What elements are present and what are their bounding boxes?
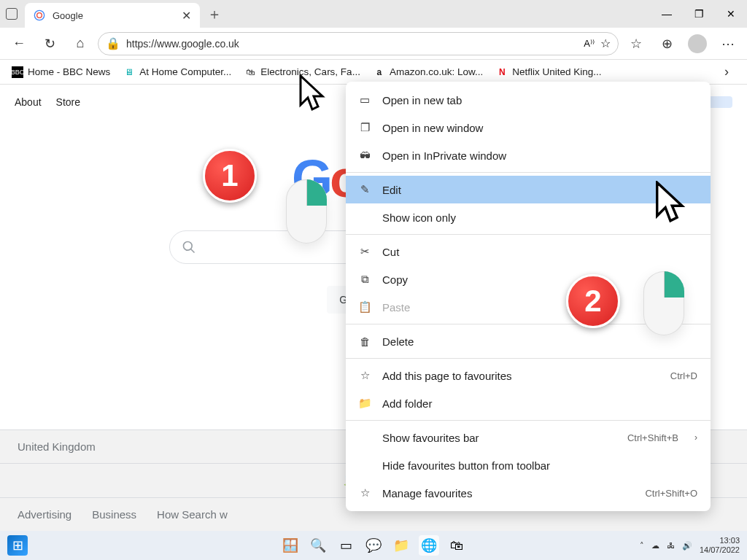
browser-tab[interactable]: Google ✕	[25, 3, 200, 28]
ctx-open-new-tab[interactable]: ▭Open in new tab	[346, 86, 711, 114]
star-gear-icon: ☆	[357, 486, 372, 500]
add-favourite-icon[interactable]: ☆	[600, 36, 611, 50]
footer-how-search[interactable]: How Search w	[157, 508, 228, 521]
ctx-open-inprivate[interactable]: 🕶Open in InPrivate window	[346, 141, 711, 169]
store-button[interactable]: 🛍	[446, 535, 467, 556]
separator	[346, 420, 711, 421]
address-bar[interactable]: 🔒 A⁾⁾ ☆	[98, 32, 619, 55]
close-button[interactable]: ✕	[715, 0, 747, 28]
svg-line-2	[191, 249, 195, 253]
widgets-button[interactable]: ⊞	[7, 535, 28, 556]
tab-title: Google	[53, 10, 174, 21]
ctx-open-new-window[interactable]: ❐Open in new window	[346, 114, 711, 141]
search-icon	[182, 240, 196, 254]
callout-1: 1	[203, 149, 257, 203]
chevron-up-icon[interactable]: ˄	[640, 541, 644, 551]
separator	[346, 234, 711, 235]
favourites-button[interactable]: ☆	[623, 31, 649, 57]
window-icon: ❐	[357, 120, 372, 135]
copy-icon: ⧉	[357, 272, 372, 287]
chat-button[interactable]: 💬	[363, 535, 384, 556]
lock-icon: 🔒	[106, 36, 120, 50]
scissors-icon: ✂	[357, 244, 372, 259]
window-controls: ― ❐ ✕	[651, 0, 747, 28]
ctx-add-favourite[interactable]: ☆Add this page to favouritesCtrl+D	[346, 362, 711, 389]
ctx-cut[interactable]: ✂Cut	[346, 238, 711, 265]
home-button[interactable]: ⌂	[67, 31, 93, 57]
ctx-hide-fav-button[interactable]: Hide favourites button from toolbar	[346, 451, 711, 479]
google-favicon	[34, 9, 45, 21]
system-tray[interactable]: ˄ ☁ 🖧 🔊 13:03 14/07/2022	[640, 536, 740, 554]
collections-button[interactable]: ⊕	[654, 31, 680, 57]
bookmark-amazon[interactable]: aAmazon.co.uk: Low...	[369, 63, 487, 81]
refresh-button[interactable]: ↻	[36, 31, 63, 57]
nav-about[interactable]: About	[15, 96, 42, 108]
paste-icon: 📋	[357, 300, 372, 314]
clock[interactable]: 13:03 14/07/2022	[700, 536, 740, 554]
separator	[346, 172, 711, 173]
read-aloud-icon[interactable]: A⁾⁾	[584, 38, 595, 49]
star-plus-icon: ☆	[357, 368, 372, 383]
bookmarks-bar: BBCHome - BBC News 🖥At Home Computer... …	[0, 60, 747, 85]
footer-advertising[interactable]: Advertising	[18, 508, 71, 521]
network-icon[interactable]: 🖧	[667, 541, 675, 550]
volume-icon[interactable]: 🔊	[682, 541, 692, 551]
new-tab-button[interactable]: ＋	[207, 4, 222, 24]
avatar	[688, 34, 707, 53]
chevron-right-icon: ›	[694, 432, 697, 443]
separator	[346, 358, 711, 359]
cursor-icon-2	[654, 181, 687, 228]
bookmark-athome[interactable]: 🖥At Home Computer...	[119, 63, 236, 81]
url-input[interactable]	[126, 38, 578, 50]
bookmarks-overflow[interactable]: ›	[713, 59, 740, 85]
onedrive-icon[interactable]: ☁	[651, 541, 659, 551]
inprivate-icon: 🕶	[357, 148, 372, 163]
folder-plus-icon: 📁	[357, 396, 372, 411]
ctx-manage-favourites[interactable]: ☆Manage favouritesCtrl+Shift+O	[346, 479, 711, 507]
trash-icon: 🗑	[357, 334, 372, 349]
footer-country: United Kingdom	[18, 440, 96, 453]
back-button[interactable]: ←	[6, 31, 32, 57]
profile-button[interactable]	[684, 31, 711, 57]
start-button[interactable]: 🪟	[280, 535, 301, 556]
ctx-show-fav-bar[interactable]: Show favourites barCtrl+Shift+B›	[346, 424, 711, 451]
taskview-button[interactable]: ▭	[336, 535, 356, 556]
bookmark-netflix[interactable]: NNetflix United King...	[492, 63, 605, 81]
bookmark-bbc[interactable]: BBCHome - BBC News	[7, 63, 115, 81]
tab-icon: ▭	[357, 93, 372, 107]
mouse-rightclick-1	[286, 179, 327, 244]
svg-point-1	[184, 242, 193, 251]
menu-button[interactable]: ⋯	[715, 31, 741, 57]
ctx-add-folder[interactable]: 📁Add folder	[346, 389, 711, 417]
footer-business[interactable]: Business	[92, 508, 136, 521]
explorer-button[interactable]: 📁	[391, 535, 411, 556]
browser-toolbar: ← ↻ ⌂ 🔒 A⁾⁾ ☆ ☆ ⊕ ⋯	[0, 28, 747, 60]
pencil-icon: ✎	[357, 182, 372, 197]
maximize-button[interactable]: ❐	[683, 0, 715, 28]
taskbar: ⊞ 🪟 🔍 ▭ 💬 📁 🌐 🛍 ˄ ☁ 🖧 🔊 13:03 14/07/2022	[0, 531, 747, 560]
search-button[interactable]: 🔍	[308, 535, 328, 556]
cursor-icon-1	[298, 74, 327, 115]
edge-button[interactable]: 🌐	[419, 535, 439, 556]
nav-store[interactable]: Store	[56, 96, 80, 108]
tab-actions-icon[interactable]	[6, 8, 18, 20]
mouse-rightclick-2	[643, 271, 684, 335]
svg-point-0	[34, 10, 44, 20]
callout-2: 2	[566, 274, 620, 328]
close-tab-button[interactable]: ✕	[182, 9, 191, 23]
window-titlebar: Google ✕ ＋ ― ❐ ✕	[0, 0, 747, 28]
minimize-button[interactable]: ―	[651, 0, 683, 28]
